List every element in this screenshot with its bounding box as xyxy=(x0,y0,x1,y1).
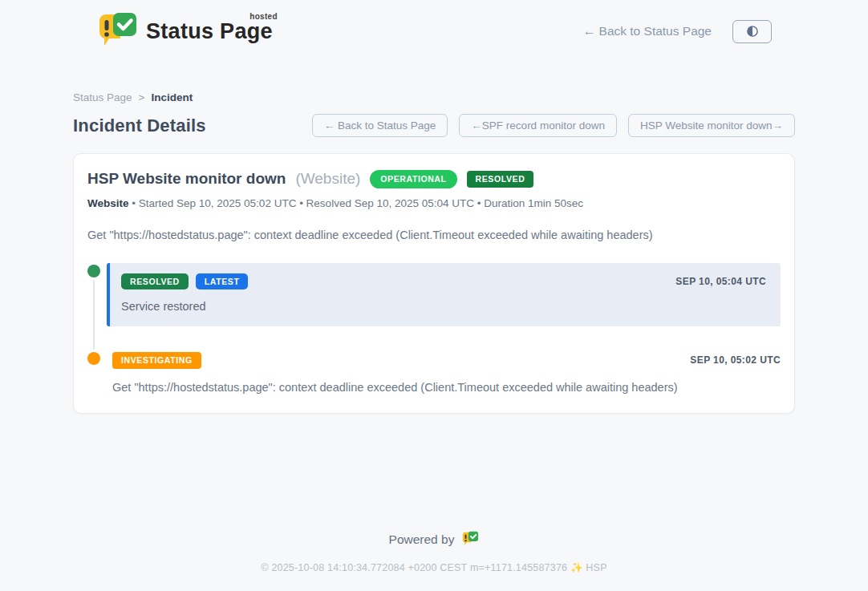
operational-badge: OPERATIONAL xyxy=(370,170,456,188)
timeline-timestamp: SEP 10, 05:04 UTC xyxy=(675,276,766,287)
timeline-event-badges: RESOLVED LATEST xyxy=(121,273,248,290)
timeline-event-head: RESOLVED LATEST SEP 10, 05:04 UTC xyxy=(121,273,766,290)
timeline-event-content: INVESTIGATING SEP 10, 05:02 UTC Get "htt… xyxy=(107,350,781,394)
incident-meta-component: Website xyxy=(87,197,129,209)
timeline-message: Service restored xyxy=(121,300,766,313)
page-title: Incident Details xyxy=(73,115,206,136)
timeline-message: Get "https://hostedstatus.page": context… xyxy=(112,381,781,394)
resolved-status-badge: RESOLVED xyxy=(121,273,189,290)
incident-title-row: HSP Website monitor down (Website) OPERA… xyxy=(87,170,781,188)
incident-meta: Website • Started Sep 10, 2025 05:02 UTC… xyxy=(87,197,781,209)
timeline-event-investigating: INVESTIGATING SEP 10, 05:02 UTC Get "htt… xyxy=(87,350,781,394)
header-back-link[interactable]: ← Back to Status Page xyxy=(583,24,712,38)
copyright-line: © 2025-10-08 14:10:34.772084 +0200 CEST … xyxy=(0,561,868,573)
breadcrumb-incident: Incident xyxy=(151,91,193,103)
title-row: Incident Details ← Back to Status Page ←… xyxy=(73,114,795,137)
incident-title: HSP Website monitor down xyxy=(87,170,286,188)
timeline-event-resolved: RESOLVED LATEST SEP 10, 05:04 UTC Servic… xyxy=(87,263,781,327)
prev-incident-button[interactable]: ←SPF record monitor down xyxy=(459,114,617,137)
breadcrumb-separator: > xyxy=(139,91,145,103)
statuspage-logo-small-icon xyxy=(461,531,479,548)
brand-text: Status Page hosted xyxy=(146,19,276,44)
brand-name: Status Page xyxy=(146,19,273,43)
timeline-dot-column xyxy=(87,263,107,327)
powered-by: Powered by xyxy=(389,531,480,548)
main-content: Status Page>Incident Incident Details ← … xyxy=(73,91,795,414)
resolved-badge: RESOLVED xyxy=(467,171,534,188)
incident-nav-buttons: ← Back to Status Page ←SPF record monito… xyxy=(312,114,795,137)
back-to-status-page-button[interactable]: ← Back to Status Page xyxy=(312,114,448,137)
breadcrumb-status-page[interactable]: Status Page xyxy=(73,91,132,103)
timeline-dot-column xyxy=(87,350,107,394)
incident-card: HSP Website monitor down (Website) OPERA… xyxy=(73,153,795,414)
header-actions: ← Back to Status Page xyxy=(583,20,772,43)
investigating-status-badge: INVESTIGATING xyxy=(112,352,201,369)
brand-superscript: hosted xyxy=(249,12,278,21)
timeline-event-head: INVESTIGATING SEP 10, 05:02 UTC xyxy=(112,352,781,369)
incident-component: (Website) xyxy=(295,170,360,188)
powered-by-label: Powered by xyxy=(389,532,455,547)
orange-dot-icon xyxy=(87,352,100,365)
incident-meta-details: • Started Sep 10, 2025 05:02 UTC • Resol… xyxy=(132,197,583,209)
brand-logo: Status Page hosted xyxy=(96,11,276,51)
incident-timeline: RESOLVED LATEST SEP 10, 05:04 UTC Servic… xyxy=(87,263,781,394)
top-header: Status Page hosted ← Back to Status Page xyxy=(0,0,868,58)
latest-badge: LATEST xyxy=(196,273,249,290)
theme-toggle-button[interactable] xyxy=(732,20,772,43)
next-incident-button[interactable]: HSP Website monitor down→ xyxy=(628,114,795,137)
incident-description: Get "https://hostedstatus.page": context… xyxy=(87,229,781,241)
page-footer: Powered by © 2025-10-08 14:10:34.772084 … xyxy=(0,531,868,591)
half-circle-icon xyxy=(745,24,760,38)
green-dot-icon xyxy=(87,265,100,277)
breadcrumb: Status Page>Incident xyxy=(73,91,795,103)
statuspage-logo-icon xyxy=(96,11,138,51)
timeline-event-highlight-box: RESOLVED LATEST SEP 10, 05:04 UTC Servic… xyxy=(107,263,781,327)
timeline-timestamp: SEP 10, 05:02 UTC xyxy=(690,354,781,366)
